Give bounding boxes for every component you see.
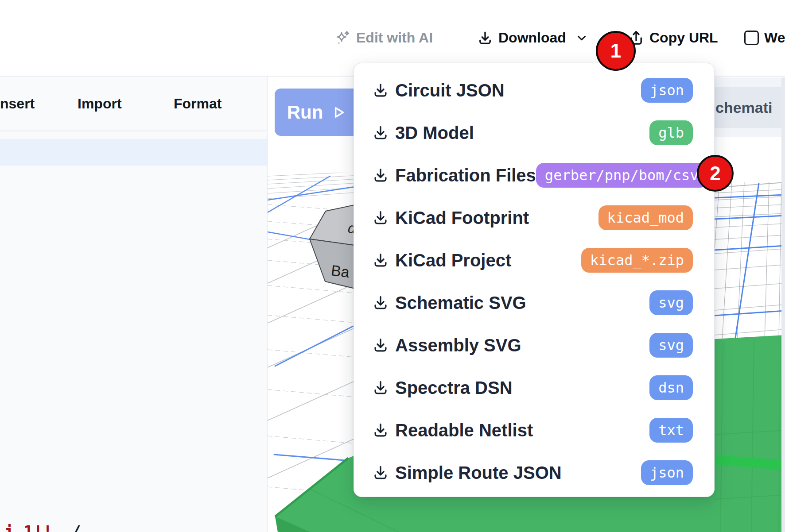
download-icon [372,422,389,439]
format-badge: svg [649,290,693,315]
tab-schematic[interactable]: chemati [715,87,785,128]
edit-with-ai-label: Edit with AI [356,30,433,46]
download-icon [372,209,389,226]
sparkles-icon [335,30,351,46]
viewer-tabbar: chemati [715,77,785,137]
chevron-down-icon [575,31,588,45]
download-icon [372,82,389,99]
format-badge: json [641,78,693,103]
perspective-grid-right [708,182,785,341]
format-badge: txt [649,418,693,443]
download-icon [372,337,389,354]
play-icon [330,104,347,121]
menubar-item-insert[interactable]: nsert [0,77,35,131]
menu-item-simple-route-json[interactable]: Simple Route JSON json [354,451,714,494]
menu-item-kicad-project[interactable]: KiCad Project kicad_*.zip [354,239,714,281]
menu-item-3d-model[interactable]: 3D Model glb [354,112,714,154]
3d-model-cube: d Ba [310,204,361,290]
tab-schematic-label: chemati [715,99,773,116]
editor-active-line-highlight [0,139,267,166]
download-icon [372,464,389,481]
format-badge: kicad_mod [598,205,693,230]
download-icon [372,252,389,269]
download-menu: Circuit JSON json 3D Model glb Fabricati… [354,63,715,497]
run-button[interactable]: Run [275,89,359,136]
download-icon [477,30,493,46]
format-badge: svg [649,333,693,358]
copy-url-label: Copy URL [649,30,718,46]
menu-item-kicad-footprint[interactable]: KiCad Footprint kicad_mod [354,197,714,239]
menu-item-fabrication-files[interactable]: Fabrication Files gerber/pnp/bom/csv [354,154,714,197]
viewer-right-edge-strip [781,77,785,532]
menu-item-specctra-dsn[interactable]: Specctra DSN dsn [354,366,714,409]
menubar-item-import[interactable]: Import [78,77,122,131]
format-badge: gerber/pnp/bom/csv [536,163,707,188]
annotation-step-2: 2 [697,155,734,192]
format-badge: glb [649,120,693,145]
app-window: Edit with AI Download Copy URL We nsert … [0,0,785,532]
download-icon [372,167,389,184]
menu-item-schematic-svg[interactable]: Schematic SVG svg [354,281,714,324]
editor-menubar: nsert Import Format [0,77,268,131]
cube-front-label: Ba [330,262,350,281]
webview-checkbox[interactable] [744,31,759,45]
webview-toggle[interactable]: We [744,0,785,76]
code-editor[interactable]: i 1!! / [0,132,268,532]
download-icon [372,294,389,311]
download-icon [372,124,389,141]
menu-item-circuit-json[interactable]: Circuit JSON json [354,69,714,112]
format-badge: json [641,460,693,485]
editor-clipped-code: i 1!! / [4,522,81,532]
format-badge: kicad_*.zip [581,248,693,273]
menu-item-assembly-svg[interactable]: Assembly SVG svg [354,324,714,366]
download-label: Download [498,30,566,46]
run-label: Run [287,102,323,123]
menu-item-readable-netlist[interactable]: Readable Netlist txt [354,409,714,451]
download-icon [372,379,389,396]
annotation-step-1: 1 [596,31,636,71]
webview-label: We [764,30,785,46]
format-badge: dsn [649,375,693,400]
menubar-item-format[interactable]: Format [174,77,222,131]
